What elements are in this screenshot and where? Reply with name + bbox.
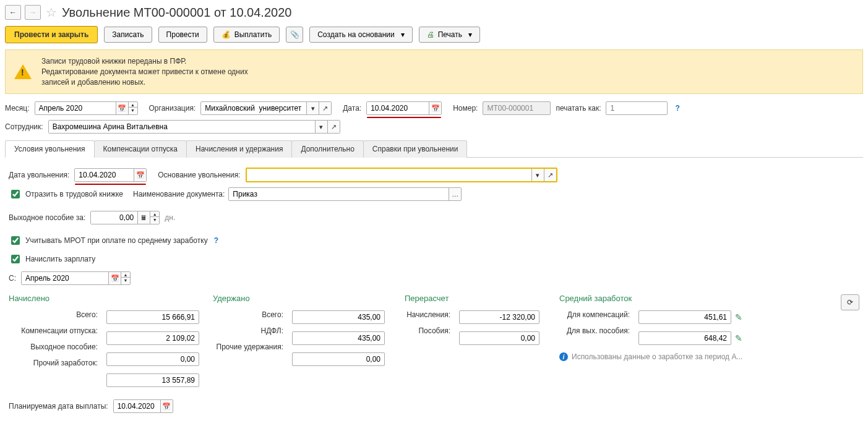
number-input[interactable] [483, 101, 551, 115]
number-label: Номер: [453, 104, 478, 113]
pay-button[interactable]: 💰Выплатить [213, 27, 280, 43]
org-input[interactable] [201, 102, 306, 114]
vac-comp-input[interactable] [106, 331, 199, 345]
tab-conditions[interactable]: Условия увольнения [5, 140, 95, 158]
planned-date-label: Планируемая дата выплаты: [9, 402, 108, 411]
chevron-down-icon: ▾ [401, 30, 405, 39]
calculator-icon[interactable]: 🖩 [137, 211, 150, 224]
refresh-button[interactable]: ⟳ [841, 294, 859, 310]
warning-line: Записи трудовой книжки переданы в ПФР. [41, 56, 248, 67]
dismiss-date-input[interactable] [75, 169, 134, 181]
date-label: Дата: [343, 104, 361, 113]
calendar-icon[interactable]: 📅 [134, 169, 146, 181]
accrued-title: Начислено [9, 294, 200, 303]
ndfl-input[interactable] [292, 331, 385, 345]
days-unit: дн. [165, 213, 175, 222]
spin-up[interactable]: ▲ [129, 102, 137, 108]
print-button[interactable]: 🖨Печать▾ [419, 27, 480, 43]
warning-banner: Записи трудовой книжки переданы в ПФР. Р… [5, 49, 863, 94]
for-comp-input[interactable] [638, 310, 731, 324]
severance-total-label: Выходное пособие: [30, 343, 98, 351]
calendar-icon[interactable]: 📅 [108, 272, 121, 284]
forward-button[interactable]: → [25, 5, 41, 20]
print-as-label: печатать как: [556, 104, 601, 113]
benefits-label: Пособия: [418, 326, 450, 335]
accruals-input[interactable] [459, 310, 539, 324]
open-icon[interactable]: ↗ [327, 121, 340, 133]
severance-label: Выходное пособие за: [9, 213, 85, 222]
from-input[interactable] [22, 272, 108, 284]
basis-input[interactable] [247, 169, 531, 181]
dropdown-icon[interactable]: ▾ [315, 121, 327, 133]
avg-title: Средний заработок [559, 294, 632, 303]
help-icon[interactable]: ? [214, 236, 218, 245]
tab-vacation-comp[interactable]: Компенсации отпуска [94, 140, 187, 158]
month-input[interactable] [35, 102, 116, 114]
print-as-input[interactable] [606, 101, 668, 115]
for-sev-input[interactable] [638, 331, 731, 345]
other-earn-input[interactable] [106, 373, 199, 387]
doc-name-label: Наименование документа: [133, 190, 225, 198]
date-input[interactable] [367, 102, 429, 114]
open-icon[interactable]: ↗ [319, 102, 331, 114]
open-icon[interactable]: ↗ [544, 169, 556, 181]
employee-label: Сотрудник: [5, 122, 43, 131]
accrue-salary-checkbox[interactable] [11, 255, 20, 263]
accruals-label: Начисления: [406, 310, 450, 319]
spin-down[interactable]: ▼ [129, 108, 137, 113]
tab-certificates[interactable]: Справки при увольнении [363, 140, 468, 158]
paperclip-icon: 📎 [290, 30, 299, 39]
ndfl-label: НДФЛ: [261, 326, 283, 335]
recalc-title: Перерасчет [405, 294, 547, 303]
money-icon: 💰 [221, 30, 231, 39]
spin-down[interactable]: ▼ [150, 217, 159, 223]
dropdown-icon[interactable]: ▾ [531, 169, 544, 181]
basis-label: Основание увольнения: [158, 171, 240, 179]
withheld-total-input[interactable] [292, 310, 385, 324]
more-icon[interactable]: … [449, 188, 461, 200]
dismiss-date-label: Дата увольнения: [9, 171, 69, 179]
printer-icon: 🖨 [427, 30, 434, 39]
severance-days-input[interactable] [91, 211, 137, 224]
spin-up[interactable]: ▲ [121, 272, 130, 278]
post-button[interactable]: Провести [158, 27, 207, 43]
mrot-label: Учитывать МРОТ при оплате по среднему за… [25, 236, 208, 245]
back-button[interactable]: ← [5, 5, 21, 20]
employee-input[interactable] [49, 121, 315, 133]
withheld-title: Удержано [213, 294, 392, 303]
chevron-down-icon: ▾ [468, 30, 472, 39]
benefits-input[interactable] [459, 331, 539, 345]
from-label: С: [9, 274, 16, 283]
planned-date-input[interactable] [114, 400, 160, 412]
create-based-on-button[interactable]: Создать на основании▾ [309, 27, 413, 43]
withheld-total-label: Всего: [262, 310, 283, 319]
post-and-close-button[interactable]: Провести и закрыть [5, 26, 98, 43]
attach-button[interactable]: 📎 [286, 27, 303, 43]
org-label: Организация: [149, 104, 196, 113]
dropdown-icon[interactable]: ▾ [306, 102, 319, 114]
calendar-icon[interactable]: 📅 [429, 102, 441, 114]
other-with-input[interactable] [292, 352, 385, 366]
tab-accruals[interactable]: Начисления и удержания [186, 140, 292, 158]
favorite-star-icon[interactable]: ☆ [45, 6, 58, 19]
doc-name-input[interactable] [229, 188, 449, 200]
help-icon[interactable]: ? [675, 104, 679, 113]
other-earn-label: Прочий заработок: [33, 359, 98, 367]
save-button[interactable]: Записать [104, 27, 152, 43]
tab-additional[interactable]: Дополнительно [291, 140, 363, 158]
calendar-icon[interactable]: 📅 [160, 400, 173, 412]
spin-up[interactable]: ▲ [150, 211, 159, 217]
calendar-icon[interactable]: 📅 [116, 102, 128, 114]
accrued-total-input[interactable] [106, 310, 199, 324]
info-line: i Использованы данные о заработке за пер… [559, 352, 859, 361]
reflect-checkbox[interactable] [11, 190, 20, 198]
mrot-checkbox[interactable] [11, 236, 20, 245]
page-title: Увольнение МТ00-000001 от 10.04.2020 [62, 6, 291, 20]
spin-down[interactable]: ▼ [121, 278, 130, 283]
info-icon: i [559, 352, 568, 361]
severance-total-input[interactable] [106, 352, 199, 366]
edit-icon[interactable]: ✎ [735, 333, 742, 343]
edit-icon[interactable]: ✎ [735, 312, 742, 322]
month-label: Месяц: [5, 104, 30, 113]
total-label: Всего: [76, 310, 98, 319]
